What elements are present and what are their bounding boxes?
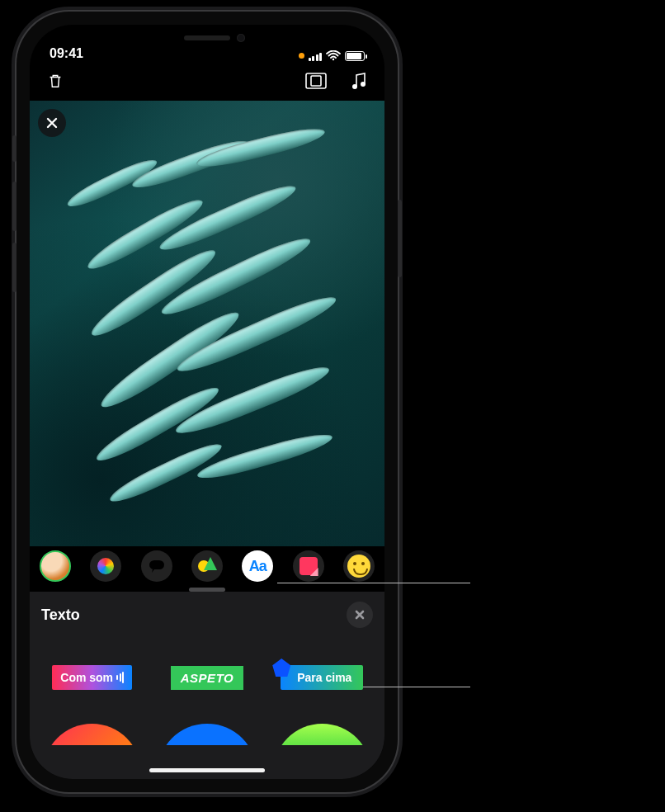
text-style-option[interactable] <box>43 724 141 745</box>
text-style-option[interactable] <box>158 724 256 745</box>
recording-indicator-icon <box>299 53 304 59</box>
callout-line <box>277 583 470 583</box>
svg-rect-5 <box>149 560 164 569</box>
viewer-close-button[interactable] <box>38 109 66 137</box>
status-time: 09:41 <box>50 46 83 61</box>
text-style-row-2 <box>41 709 373 745</box>
sound-icon <box>116 672 124 683</box>
close-icon <box>355 610 365 620</box>
sticker-icon <box>299 557 318 575</box>
volume-down-button[interactable] <box>12 243 17 292</box>
stickers-button[interactable] <box>293 550 324 582</box>
aspect-button[interactable] <box>304 68 328 93</box>
screen: 09:41 <box>30 25 384 779</box>
svg-point-4 <box>361 82 366 87</box>
top-toolbar <box>30 63 384 101</box>
style-chip: Para cima <box>281 665 363 690</box>
text-panel: Texto Com som ASPETO <box>30 592 384 779</box>
panel-close-button[interactable] <box>347 602 373 628</box>
battery-icon <box>345 51 365 61</box>
style-label: Para cima <box>297 671 351 684</box>
front-camera <box>237 34 245 42</box>
speech-bubble-icon <box>148 559 166 574</box>
text-aa-icon: Aa <box>249 558 266 575</box>
text-style-com-som[interactable]: Com som <box>43 654 141 701</box>
wifi-icon <box>326 50 341 61</box>
effects-toolbar: Aa <box>30 546 384 586</box>
home-indicator[interactable] <box>149 768 265 772</box>
text-style-option[interactable] <box>273 724 371 745</box>
music-note-icon <box>351 72 367 90</box>
style-chip: Com som <box>52 665 132 690</box>
clip-viewer[interactable] <box>30 101 384 546</box>
trash-icon <box>46 72 64 90</box>
earpiece <box>184 35 230 40</box>
panel-title: Texto <box>41 607 80 624</box>
emoji-icon <box>347 555 370 578</box>
iphone-frame: 09:41 <box>17 12 398 792</box>
status-right <box>299 50 366 61</box>
svg-point-3 <box>352 84 357 89</box>
panel-header: Texto <box>41 600 373 630</box>
volume-up-button[interactable] <box>12 182 17 231</box>
emoji-button[interactable] <box>343 550 375 582</box>
aspect-icon <box>305 73 327 89</box>
text-button[interactable]: Aa <box>242 550 273 582</box>
svg-point-0 <box>332 59 334 60</box>
text-style-para-cima[interactable]: Para cima <box>273 654 371 701</box>
text-effects-button[interactable] <box>141 550 172 582</box>
trash-button[interactable] <box>43 68 68 93</box>
close-icon <box>46 117 58 129</box>
shapes-button[interactable] <box>191 550 223 582</box>
mute-switch[interactable] <box>12 135 17 162</box>
memoji-button[interactable] <box>40 550 71 582</box>
text-style-row: Com som ASPETO Para cima <box>41 630 373 709</box>
callout-line <box>363 687 470 687</box>
style-chip: ASPETO <box>171 666 243 690</box>
style-label: ASPETO <box>181 671 233 685</box>
text-style-aspeto[interactable]: ASPETO <box>158 654 256 701</box>
music-button[interactable] <box>347 68 371 93</box>
side-button[interactable] <box>398 200 402 277</box>
style-label: Com som <box>60 671 113 684</box>
cellular-icon <box>309 51 323 61</box>
notch <box>126 25 288 51</box>
svg-rect-2 <box>311 76 321 86</box>
filters-button[interactable] <box>90 550 121 582</box>
